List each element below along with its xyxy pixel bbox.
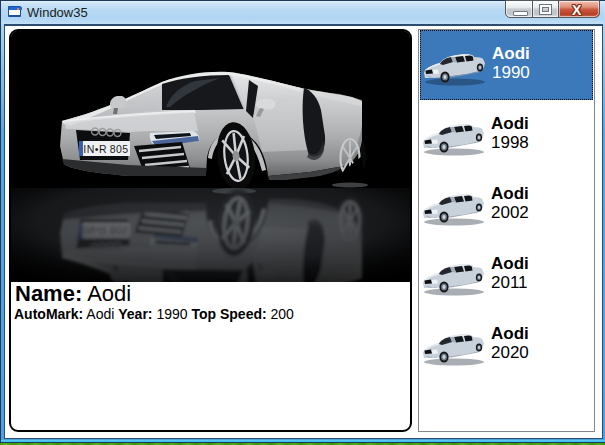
svg-text:IN•R 805: IN•R 805: [83, 143, 128, 155]
